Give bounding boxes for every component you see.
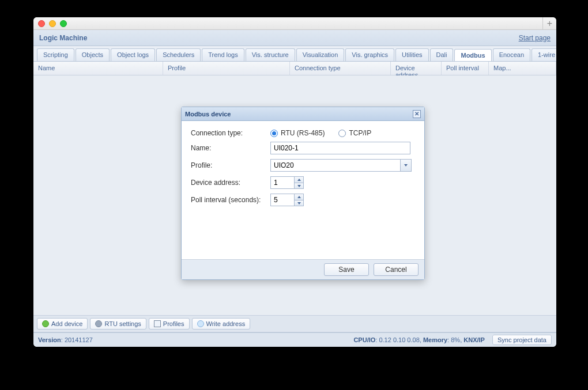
conn-type-tcp-radio[interactable]: TCP/IP <box>338 129 371 137</box>
start-page-link[interactable]: Start page <box>519 34 551 42</box>
app-header: Logic Machine Start page <box>33 30 556 46</box>
write-address-button[interactable]: Write address <box>192 318 251 330</box>
profiles-label: Profiles <box>163 320 184 327</box>
list-icon <box>154 320 161 327</box>
app-window: + Logic Machine Start page ScriptingObje… <box>33 17 556 347</box>
write-address-label: Write address <box>206 320 246 327</box>
grid-header: Name Profile Connection type Device addr… <box>33 62 556 75</box>
status-bar: Version: 20141127 CPU/IO: 0.12 0.10 0.08… <box>33 333 556 347</box>
spinner-down-icon[interactable] <box>295 183 304 189</box>
conn-type-label: Connection type: <box>191 129 270 137</box>
col-poll[interactable]: Poll interval <box>442 62 489 75</box>
window-minimize-icon[interactable] <box>49 20 56 27</box>
gear-icon <box>95 320 102 327</box>
app-title: Logic Machine <box>39 34 87 42</box>
close-icon[interactable]: ✕ <box>413 110 421 118</box>
main-tabs: ScriptingObjectsObject logsSchedulersTre… <box>33 46 556 62</box>
profile-label: Profile: <box>191 161 270 169</box>
mem-label: Memory <box>423 336 447 343</box>
tab-dali[interactable]: Dali <box>430 48 454 61</box>
spinner-up-icon[interactable] <box>295 176 304 183</box>
version-label: Version <box>38 336 61 343</box>
poll-interval-label: Poll interval (seconds): <box>191 196 270 204</box>
add-device-label: Add device <box>51 320 82 327</box>
spinner-up-icon[interactable] <box>295 194 304 200</box>
spinner-down-icon[interactable] <box>295 200 304 206</box>
poll-interval-input[interactable] <box>270 194 295 206</box>
dialog-buttons: Save Cancel <box>182 259 424 279</box>
device-address-label: Device address: <box>191 179 270 187</box>
rtu-settings-button[interactable]: RTU settings <box>90 318 146 330</box>
profiles-button[interactable]: Profiles <box>149 318 190 330</box>
tab-objects[interactable]: Objects <box>76 48 110 61</box>
tab-vis-structure[interactable]: Vis. structure <box>246 48 295 61</box>
new-tab-button[interactable]: + <box>542 17 556 30</box>
tab-scripting[interactable]: Scripting <box>37 48 74 61</box>
cancel-button[interactable]: Cancel <box>374 263 419 276</box>
tab-vis-graphics[interactable]: Vis. graphics <box>345 48 394 61</box>
tab-utilities[interactable]: Utilities <box>395 48 428 61</box>
tab-schedulers[interactable]: Schedulers <box>156 48 201 61</box>
save-button[interactable]: Save <box>324 263 369 276</box>
tab-1-wire[interactable]: 1-wire <box>532 48 556 61</box>
col-name[interactable]: Name <box>33 62 163 75</box>
bottom-toolbar: Add device RTU settings Profiles Write a… <box>33 315 556 332</box>
titlebar: + <box>33 17 556 30</box>
window-close-icon[interactable] <box>38 20 45 27</box>
version-value: 20141127 <box>65 336 93 343</box>
name-label: Name: <box>191 144 270 152</box>
col-addr[interactable]: Device address <box>391 62 442 75</box>
rtu-settings-label: RTU settings <box>104 320 141 327</box>
radio-dot-icon <box>338 130 346 137</box>
dialog-body: Connection type: RTU (RS-485) TCP/IP Nam… <box>182 121 424 259</box>
cpu-value: 0.12 0.10 0.08 <box>379 336 419 343</box>
sync-project-button[interactable]: Sync project data <box>492 335 552 345</box>
dialog-title: Modbus device <box>185 111 231 118</box>
rtu-radio-label: RTU (RS-485) <box>281 129 325 137</box>
cpu-label: CPU/IO <box>353 336 375 343</box>
window-maximize-icon[interactable] <box>60 20 67 27</box>
col-conn[interactable]: Connection type <box>290 62 391 75</box>
tcp-radio-label: TCP/IP <box>349 129 371 137</box>
col-map[interactable]: Map... <box>489 62 556 75</box>
tab-object-logs[interactable]: Object logs <box>111 48 155 61</box>
col-profile[interactable]: Profile <box>163 62 290 75</box>
status-right: CPU/IO: 0.12 0.10 0.08, Memory: 8%, KNX/… <box>353 336 552 343</box>
conn-type-rtu-radio[interactable]: RTU (RS-485) <box>270 129 325 137</box>
modbus-device-dialog: Modbus device ✕ Connection type: RTU (RS… <box>181 107 425 280</box>
name-input[interactable] <box>270 142 410 154</box>
knx-label: KNX/IP <box>463 336 485 343</box>
tab-trend-logs[interactable]: Trend logs <box>202 48 244 61</box>
arrow-right-icon <box>197 320 204 327</box>
add-device-button[interactable]: Add device <box>37 318 88 330</box>
chevron-down-icon[interactable] <box>400 159 412 172</box>
profile-select[interactable] <box>270 159 412 172</box>
tab-enocean[interactable]: Enocean <box>493 48 530 61</box>
version-text: Version: 20141127 <box>38 336 93 343</box>
plus-icon <box>42 320 49 327</box>
mem-value: 8% <box>451 336 460 343</box>
device-address-input[interactable] <box>270 176 295 189</box>
radio-dot-icon <box>270 130 278 137</box>
tab-visualization[interactable]: Visualization <box>296 48 345 61</box>
dialog-titlebar[interactable]: Modbus device ✕ <box>182 107 424 121</box>
tab-modbus[interactable]: Modbus <box>454 49 491 62</box>
